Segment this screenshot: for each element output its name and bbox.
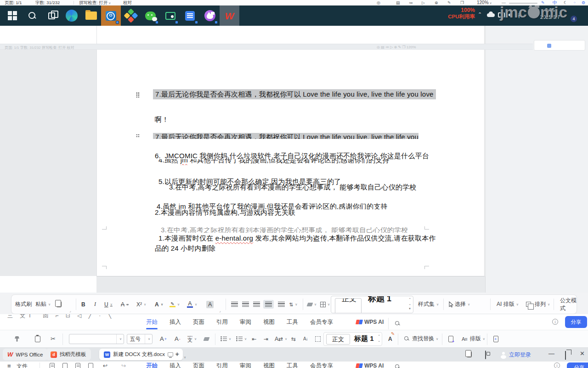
info-circle-icon[interactable]: i [554, 362, 560, 368]
task-view-button[interactable] [42, 6, 62, 26]
start-button[interactable] [2, 6, 22, 26]
font-color-button[interactable]: A [187, 295, 197, 314]
taskbar-explorer[interactable] [81, 6, 101, 26]
taskbar-pinwheel-app[interactable] [121, 6, 141, 26]
italic-button[interactable]: I [94, 295, 96, 314]
increase-indent-button[interactable] [264, 330, 268, 347]
swap-button[interactable] [290, 330, 296, 347]
doc-export-button[interactable] [493, 330, 498, 347]
wps-ai-tab-bottom[interactable]: WPS AI [356, 362, 384, 368]
print-preview-icon[interactable] [88, 363, 93, 368]
ribbon-tab[interactable]: 会员专享 [310, 362, 333, 368]
align-left-button[interactable] [231, 295, 238, 314]
format-painter-button[interactable]: 格式刷 [15, 295, 32, 314]
style-body-swatch[interactable]: 正文 [326, 334, 350, 345]
ribbon-search-icon[interactable] [395, 321, 400, 326]
fullscreen-icon[interactable]: ❐ [460, 0, 464, 6]
highlight-color-button[interactable]: ✎ [170, 295, 180, 314]
taskbar-wechat[interactable] [141, 6, 160, 26]
copy-button[interactable] [57, 295, 62, 314]
font-size-dropdown[interactable] [145, 334, 152, 344]
doc-line-1[interactable]: 1.本漫画暂时仅在 e-hental.org 发布,其余网站均为盗传,本翻译作品… [158, 234, 436, 243]
font-name-dropdown[interactable] [116, 334, 124, 344]
cut-button[interactable] [51, 330, 56, 347]
font-name-combo[interactable] [69, 334, 124, 344]
taskbar-wps[interactable]: W [220, 6, 239, 26]
ribbon-tab[interactable]: 插入 [170, 362, 181, 368]
doc-line-2[interactable]: 2.本漫画内容情节纯属虚构,与游戏内容无关联 [155, 208, 295, 217]
integration-box-icon[interactable] [485, 351, 486, 359]
doc-line-ah[interactable]: 啊！ [155, 115, 169, 124]
login-link[interactable]: 立即登录 [509, 351, 531, 359]
gallery-scroll-arrows[interactable]: ⌃⌄ [378, 334, 380, 343]
edit-pen-icon[interactable]: ✎ [447, 0, 451, 6]
superscript-button[interactable]: X² [136, 295, 146, 314]
bold-button[interactable]: B [81, 295, 85, 314]
undo-button[interactable] [102, 362, 107, 368]
paragraph-drag-handle[interactable] [136, 134, 140, 137]
doc-line-7-selected[interactable]: 7.最后无论你我是否会再次相遇，我都祝你可以 Love the life you… [153, 90, 436, 99]
paste-button[interactable]: 粘贴 [35, 295, 51, 314]
tray-expand-icon[interactable]: ⌃ [478, 12, 482, 17]
grow-font-button[interactable]: A [160, 330, 167, 347]
paste-icon-button[interactable] [35, 330, 40, 347]
wps-ai-tab[interactable]: WPS AI [356, 319, 384, 325]
ime-indicator-icon[interactable]: 中 [553, 0, 557, 6]
ribbon-tab[interactable]: 引用 [216, 362, 228, 368]
tray-cloud-icon[interactable] [487, 13, 495, 17]
outline-view-icon[interactable]: ≔ [409, 0, 413, 6]
style-h1-label[interactable]: 标题 1 [368, 296, 391, 304]
official-doc-mode-button[interactable]: 公文模式 [560, 295, 577, 314]
taskbar-docs-app[interactable] [180, 6, 200, 26]
save-icon[interactable] [62, 363, 68, 368]
doc-line-3[interactable]: 3.在中考,高考之际祝所有看到本漫画的学生心想事成， 能够考取自己心仪的学校 [169, 183, 416, 192]
edit-mode-icon[interactable]: ✎ [541, 0, 545, 6]
paragraph-drag-handle[interactable] [136, 92, 140, 98]
new-tab-button[interactable]: ＋ [174, 350, 181, 358]
paragraph-marks-button[interactable] [315, 330, 321, 347]
ribbon-search-icon[interactable] [395, 364, 400, 368]
zoom-slider[interactable] [509, 3, 537, 4]
clear-format-button[interactable] [307, 295, 317, 314]
redo-button[interactable] [120, 362, 126, 368]
ribbon-tab[interactable]: 插入 [170, 318, 181, 326]
new-doc-icon[interactable] [50, 363, 55, 368]
smart-doc-button[interactable] [448, 330, 453, 347]
selected-text[interactable]: 7.最后无论你我是否会再次相遇，我都祝你可以 Love the life you… [153, 89, 436, 99]
text-effects-button[interactable]: A [155, 295, 163, 314]
print-icon[interactable] [75, 363, 80, 368]
menu-icon[interactable] [7, 362, 11, 368]
ribbon-tab[interactable]: 开始 [146, 318, 158, 326]
doc-line-1-wrap[interactable]: 品的 24 小时内删除 [155, 244, 215, 253]
gallery-scroll-arrows[interactable]: ⌃⌄▾ [408, 297, 411, 310]
ai-layout-button[interactable]: AI 排版 [497, 295, 519, 314]
text-tool-button[interactable]: A [388, 330, 392, 347]
arrange-button[interactable]: 排列 [526, 295, 550, 314]
align-right-button[interactable] [253, 295, 260, 314]
style-set-button[interactable]: 样式集 [418, 295, 439, 314]
ribbon-tab[interactable]: 视图 [263, 362, 275, 368]
restore-window-button[interactable] [565, 351, 566, 360]
status-spellcheck[interactable]: 拼写检查: 打开 [79, 0, 111, 6]
status-word-count[interactable]: 字数: 31/232 [35, 0, 60, 6]
phonetic-guide-button[interactable]: wén文 [187, 330, 197, 347]
char-shading-button[interactable]: A [206, 295, 214, 314]
style-h1-label[interactable]: 标题 1 [354, 334, 374, 343]
taskbar-search[interactable] [22, 6, 42, 26]
distribute-button[interactable] [278, 295, 285, 314]
align-center-button[interactable] [242, 295, 249, 314]
play-presentation-icon[interactable]: ▷ [422, 0, 425, 6]
sort-button[interactable] [303, 330, 308, 347]
styles-gallery[interactable]: 正文 标题 1 ⌃⌄▾ [331, 296, 413, 313]
underline-button[interactable]: U [104, 295, 113, 314]
status-proofread[interactable]: 校对 [123, 0, 132, 6]
web-layout-icon[interactable]: ⊕ [435, 0, 438, 6]
tab-active-document[interactable]: W 新建 DOCX 文档.docx [99, 349, 183, 360]
select-button[interactable]: 选择 [449, 295, 470, 314]
multi-window-button[interactable] [467, 351, 472, 359]
style-body-swatch[interactable]: 正文 [335, 298, 362, 313]
format-painter-icon-button[interactable] [15, 330, 19, 347]
night-mode-icon[interactable]: ☾ [564, 0, 567, 6]
print-layout-icon[interactable]: ▤ [396, 0, 400, 6]
taskbar-cat-app[interactable] [200, 6, 220, 26]
